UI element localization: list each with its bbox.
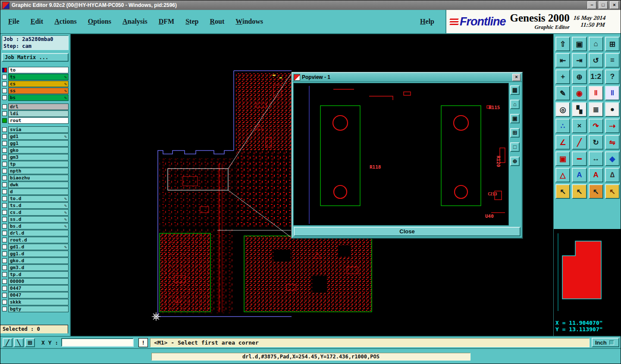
layer-row[interactable]: gko bbox=[2, 147, 69, 154]
xy-input[interactable] bbox=[61, 338, 134, 347]
layer-row[interactable]: ts.d ✎ bbox=[2, 202, 69, 209]
layer-row[interactable]: 0047 bbox=[2, 292, 69, 298]
layer-name[interactable]: to bbox=[8, 67, 69, 73]
pv-windows-icon[interactable]: ⊞ bbox=[510, 128, 520, 138]
layer-visibility-checkbox[interactable] bbox=[2, 95, 7, 100]
layer-name[interactable]: ss ✎ bbox=[8, 88, 69, 94]
menu-item[interactable]: DFM bbox=[159, 18, 174, 25]
layer-visibility-checkbox[interactable] bbox=[2, 82, 7, 86]
move-icon[interactable]: ⇢ bbox=[605, 119, 620, 133]
layer-row[interactable]: bgty bbox=[2, 305, 69, 312]
layer-name[interactable]: gm3 bbox=[8, 154, 69, 160]
layer-visibility-checkbox[interactable] bbox=[2, 272, 7, 277]
layer-visibility-checkbox[interactable] bbox=[2, 104, 7, 109]
layer-row[interactable]: gg1.d bbox=[2, 250, 69, 257]
layer-row[interactable]: tp bbox=[2, 160, 69, 167]
alert-button[interactable]: ! bbox=[138, 338, 148, 347]
layer-row[interactable]: bs.d ✎ bbox=[2, 223, 69, 229]
line-width-icon[interactable]: ━ bbox=[572, 151, 586, 166]
layer-row[interactable]: 00000 bbox=[2, 278, 69, 285]
layer-visibility-checkbox[interactable] bbox=[2, 162, 7, 166]
layer-visibility-checkbox[interactable] bbox=[2, 217, 7, 222]
layer-row[interactable]: gg1 bbox=[2, 140, 69, 147]
layer-name[interactable]: tp.d bbox=[8, 271, 69, 278]
layer-name[interactable]: ss.d ✎ bbox=[8, 216, 69, 223]
layer-name[interactable]: skkk bbox=[8, 299, 69, 305]
layer-visibility-checkbox[interactable] bbox=[2, 224, 7, 229]
layer-row[interactable]: ss.d ✎ bbox=[2, 216, 69, 223]
layer-name[interactable]: drl.d bbox=[8, 230, 69, 236]
zoom-in-icon[interactable]: ⇤ bbox=[555, 53, 570, 68]
job-matrix-button[interactable]: Job Matrix ... bbox=[2, 53, 69, 62]
exit-icon[interactable]: ⇧ bbox=[555, 37, 570, 51]
menu-item[interactable]: Windows bbox=[235, 18, 263, 25]
layer-visibility-checkbox[interactable] bbox=[2, 148, 7, 153]
select-filter-icon[interactable]: ↖ bbox=[589, 184, 603, 199]
layer-visibility-checkbox[interactable] bbox=[2, 238, 7, 242]
layer-visibility-checkbox[interactable] bbox=[2, 258, 7, 263]
transform-icon[interactable]: ◆ bbox=[605, 151, 620, 166]
layer-name[interactable]: gg1 bbox=[8, 140, 69, 147]
layer-visibility-checkbox[interactable] bbox=[2, 127, 7, 132]
layer-name[interactable]: biaozhu bbox=[8, 175, 69, 181]
layer-name[interactable]: 0447 bbox=[8, 285, 69, 292]
layer-visibility-checkbox[interactable] bbox=[2, 210, 7, 215]
pv-screen-icon[interactable]: ▣ bbox=[510, 114, 520, 123]
layer-name[interactable]: ts.d ✎ bbox=[8, 202, 69, 209]
menu-item[interactable]: File bbox=[8, 18, 19, 25]
popview-canvas[interactable]: R115 R118 R120 C213 U40 bbox=[293, 83, 509, 226]
layer-row[interactable]: cs ✎ bbox=[2, 80, 69, 87]
layer-visibility-checkbox[interactable] bbox=[2, 111, 7, 116]
text-blue-icon[interactable]: A bbox=[572, 168, 586, 182]
layer-row[interactable]: svia bbox=[2, 126, 69, 133]
overview-pane[interactable]: X = 11.904070" Y = 13.113907" bbox=[553, 229, 621, 336]
layer-row[interactable]: skkk bbox=[2, 298, 69, 305]
layer-name[interactable]: dwk bbox=[8, 182, 69, 188]
layer-visibility-checkbox[interactable] bbox=[2, 88, 7, 93]
dimension-icon[interactable]: ∆ bbox=[605, 168, 620, 182]
layer-row[interactable]: bs ✎ bbox=[2, 94, 69, 101]
stretch-icon[interactable]: ↔ bbox=[589, 151, 603, 166]
filled-pad-icon[interactable]: ● bbox=[605, 102, 620, 117]
highlight-icon[interactable]: ◉ bbox=[572, 86, 586, 100]
layer-row[interactable]: npth bbox=[2, 167, 69, 174]
layer-name[interactable]: svia bbox=[8, 126, 69, 133]
layer-row[interactable]: gd1.d ✎ bbox=[2, 243, 69, 250]
layer-name[interactable]: cs.d ✎ bbox=[8, 209, 69, 216]
menu-item[interactable]: Actions bbox=[54, 18, 77, 25]
layer-row[interactable]: d bbox=[2, 188, 69, 195]
popview-close-button[interactable]: Close bbox=[294, 227, 521, 236]
center-view-icon[interactable]: ⊕ bbox=[572, 69, 586, 84]
zoom-out-icon[interactable]: ⇥ bbox=[572, 53, 586, 68]
layer-visibility-checkbox[interactable] bbox=[2, 176, 7, 180]
layer-name[interactable]: drl bbox=[8, 104, 69, 110]
layer-visibility-checkbox[interactable] bbox=[2, 265, 7, 270]
layer-name[interactable]: d bbox=[8, 188, 69, 195]
layer-name[interactable]: gko bbox=[8, 147, 69, 154]
layer-name[interactable]: ldi bbox=[8, 110, 69, 117]
layer-visibility-checkbox[interactable] bbox=[2, 245, 7, 249]
layer-row[interactable]: drl bbox=[2, 103, 69, 110]
layer-visibility-checkbox[interactable] bbox=[2, 279, 7, 284]
layer-visibility-checkbox[interactable] bbox=[2, 203, 7, 208]
layer-name[interactable]: gd1 ✎ bbox=[8, 133, 69, 140]
popview-title-bar[interactable]: Popview - 1 × bbox=[292, 73, 522, 82]
layer-name[interactable]: to.d ✎ bbox=[8, 195, 69, 202]
layer-visibility-checkbox[interactable] bbox=[2, 251, 7, 256]
layer-name[interactable]: bs ✎ bbox=[8, 94, 69, 101]
layer-row[interactable]: gm3 bbox=[2, 154, 69, 160]
layer-name[interactable]: ts ✎ bbox=[8, 74, 69, 80]
tile-windows-icon[interactable]: ⊞ bbox=[605, 37, 620, 51]
pcb-canvas[interactable]: Popview - 1 × bbox=[71, 34, 553, 336]
layer-name[interactable]: rout bbox=[8, 117, 69, 124]
layer-name[interactable]: bs.d ✎ bbox=[8, 223, 69, 229]
layer-row[interactable]: tp.d bbox=[2, 271, 69, 278]
layer-row[interactable]: drl.d bbox=[2, 229, 69, 236]
measure-icon[interactable]: ✎ bbox=[555, 86, 570, 100]
layer-visibility-checkbox[interactable] bbox=[2, 169, 7, 173]
snap-line-icon[interactable]: ╱ bbox=[3, 338, 13, 347]
angle-line-icon[interactable]: ∠ bbox=[555, 135, 570, 150]
layers-list-icon[interactable]: ≡ bbox=[605, 53, 620, 68]
layer-visibility-checkbox[interactable] bbox=[2, 307, 7, 311]
maximize-button[interactable]: □ bbox=[599, 1, 608, 9]
